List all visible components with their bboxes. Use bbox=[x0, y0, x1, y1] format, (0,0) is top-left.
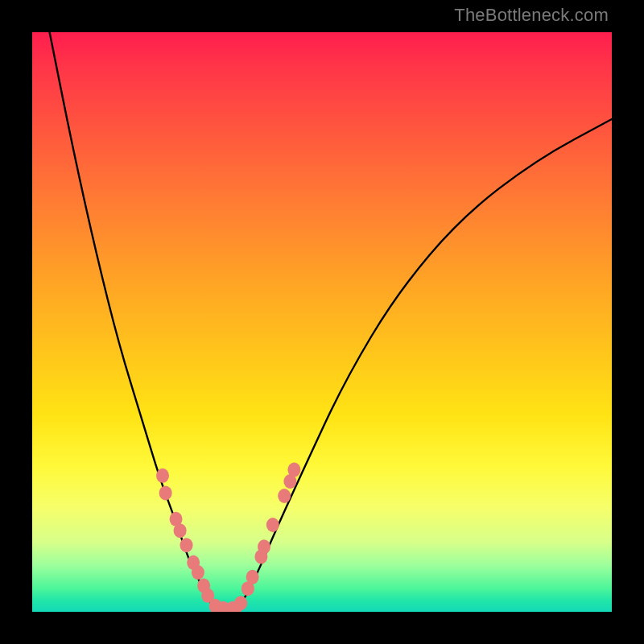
data-marker bbox=[156, 469, 169, 483]
data-marker bbox=[192, 565, 204, 580]
data-marker bbox=[180, 538, 193, 552]
frame-bottom bbox=[0, 612, 644, 644]
curve-layer bbox=[32, 32, 612, 612]
data-marker bbox=[258, 539, 270, 554]
series-right-curve bbox=[238, 119, 612, 609]
data-marker bbox=[159, 485, 172, 500]
markers-group bbox=[156, 463, 300, 612]
series-left-curve bbox=[50, 32, 215, 609]
frame-right bbox=[612, 0, 644, 644]
plot-area bbox=[32, 32, 612, 612]
data-marker bbox=[174, 523, 187, 538]
chart-stage: TheBottleneck.com bbox=[0, 0, 644, 644]
data-marker bbox=[287, 463, 300, 477]
watermark-text: TheBottleneck.com bbox=[454, 5, 609, 26]
frame-left bbox=[0, 0, 32, 644]
data-marker bbox=[278, 489, 291, 503]
data-marker bbox=[234, 596, 247, 610]
curves-group bbox=[50, 32, 612, 609]
data-marker bbox=[246, 570, 259, 584]
data-marker bbox=[266, 518, 279, 532]
